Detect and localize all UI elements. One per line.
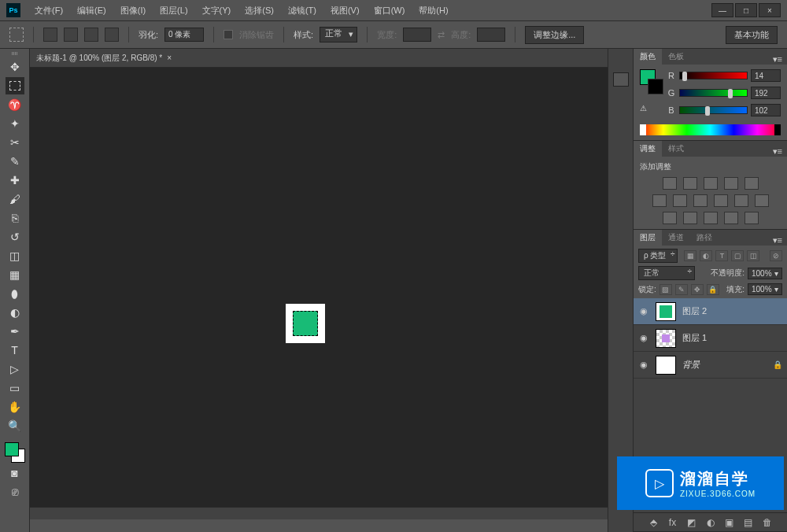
filter-type-icon[interactable]: T xyxy=(715,250,728,261)
b-slider[interactable] xyxy=(679,106,748,114)
type-tool[interactable]: T xyxy=(6,342,24,359)
lock-pixels-icon[interactable]: ✎ xyxy=(675,284,688,295)
tab-swatches[interactable]: 色板 xyxy=(662,49,690,65)
blur-tool[interactable]: ⬮ xyxy=(6,285,24,302)
foreground-color[interactable] xyxy=(5,442,19,456)
menu-type[interactable]: 文字(Y) xyxy=(196,2,238,20)
filter-smart-icon[interactable]: ◫ xyxy=(747,250,759,261)
menu-edit[interactable]: 编辑(E) xyxy=(71,2,113,20)
visibility-icon[interactable]: ◉ xyxy=(638,307,649,316)
eraser-tool[interactable]: ◫ xyxy=(6,247,24,264)
feather-input[interactable] xyxy=(164,28,204,42)
antialias-checkbox[interactable] xyxy=(224,30,233,39)
crop-tool[interactable]: ✂ xyxy=(6,134,24,151)
screenmode-tool[interactable]: ⎚ xyxy=(6,483,24,501)
layer-row[interactable]: ◉ 背景 🔒 xyxy=(634,352,787,379)
adjust-threshold-icon[interactable] xyxy=(704,212,718,224)
toolbox-grip[interactable] xyxy=(7,52,23,55)
panel-bg-color[interactable] xyxy=(648,79,663,94)
color-swatches[interactable] xyxy=(5,442,25,463)
new-group-icon[interactable]: ▣ xyxy=(724,517,735,528)
delete-layer-icon[interactable]: 🗑 xyxy=(762,517,773,528)
adjust-exposure-icon[interactable] xyxy=(724,177,738,190)
adjust-vibrance-icon[interactable] xyxy=(745,177,759,190)
filter-adjust-icon[interactable]: ◐ xyxy=(700,250,712,261)
new-adjustment-icon[interactable]: ◐ xyxy=(705,517,716,528)
layer-filter-select[interactable]: ρ 类型 xyxy=(638,249,678,263)
tab-color[interactable]: 颜色 xyxy=(634,49,662,65)
adjust-invert-icon[interactable] xyxy=(663,212,677,224)
r-slider[interactable] xyxy=(679,72,748,79)
adjust-levels-icon[interactable] xyxy=(683,177,697,190)
menu-window[interactable]: 窗口(W) xyxy=(368,2,412,20)
tab-adjustments[interactable]: 调整 xyxy=(634,141,662,157)
workspace-button[interactable]: 基本功能 xyxy=(726,26,778,44)
selection-add-icon[interactable] xyxy=(64,28,78,42)
marquee-tool[interactable] xyxy=(6,77,24,94)
hand-tool[interactable]: ✋ xyxy=(6,398,24,416)
tab-styles[interactable]: 样式 xyxy=(662,141,690,157)
menu-image[interactable]: 图像(I) xyxy=(114,2,152,20)
panel-menu-icon[interactable]: ▾≡ xyxy=(768,235,787,246)
canvas-area[interactable] xyxy=(30,68,608,532)
adjust-gradientmap-icon[interactable] xyxy=(724,212,738,224)
layer-row[interactable]: ◉ 图层 2 xyxy=(634,298,787,325)
lock-all-icon[interactable]: 🔒 xyxy=(707,284,719,295)
layer-name[interactable]: 背景 xyxy=(682,359,700,371)
lasso-tool[interactable]: ♈ xyxy=(6,96,24,113)
b-input[interactable] xyxy=(751,104,781,116)
link-layers-icon[interactable]: ⬘ xyxy=(648,517,660,528)
color-spectrum[interactable] xyxy=(640,124,781,135)
filter-shape-icon[interactable]: ▢ xyxy=(731,250,744,261)
shape-tool[interactable]: ▭ xyxy=(6,379,24,397)
fill-input[interactable]: 100%▾ xyxy=(748,283,782,295)
tab-paths[interactable]: 路径 xyxy=(690,230,719,246)
document-tab[interactable]: 未标题-1 @ 100% (图层 2, RGB/8) * × xyxy=(30,50,178,67)
opacity-input[interactable]: 100%▾ xyxy=(748,268,782,279)
selection-intersect-icon[interactable] xyxy=(105,28,119,42)
minimize-button[interactable]: — xyxy=(711,3,733,17)
gradient-tool[interactable]: ▦ xyxy=(6,266,24,283)
adjust-photofilter-icon[interactable] xyxy=(714,194,728,207)
lock-position-icon[interactable]: ✥ xyxy=(691,284,704,295)
lock-transparent-icon[interactable]: ▧ xyxy=(660,284,672,295)
selection-subtract-icon[interactable] xyxy=(84,28,98,42)
filter-toggle[interactable]: ⊘ xyxy=(770,250,782,261)
visibility-icon[interactable]: ◉ xyxy=(638,360,649,370)
filter-pixel-icon[interactable]: ▦ xyxy=(684,250,696,261)
dock-history-icon[interactable] xyxy=(613,72,629,87)
horizontal-scrollbar[interactable] xyxy=(30,507,608,519)
dodge-tool[interactable]: ◐ xyxy=(6,304,24,321)
adjust-colorlookup-icon[interactable] xyxy=(755,194,769,207)
close-tab-icon[interactable]: × xyxy=(167,54,172,62)
style-select[interactable]: 正常 xyxy=(320,27,357,42)
menu-layer[interactable]: 图层(L) xyxy=(153,2,194,20)
menu-filter[interactable]: 滤镜(T) xyxy=(282,2,323,20)
tool-preset-icon[interactable] xyxy=(9,28,24,42)
color-swatch-block[interactable]: ⚠ xyxy=(640,69,662,116)
maximize-button[interactable]: □ xyxy=(735,3,757,17)
tab-channels[interactable]: 通道 xyxy=(662,230,690,246)
menu-file[interactable]: 文件(F) xyxy=(28,2,69,20)
adjust-brightness-icon[interactable] xyxy=(663,177,677,190)
menu-select[interactable]: 选择(S) xyxy=(238,2,280,20)
adjust-posterize-icon[interactable] xyxy=(683,212,697,224)
r-input[interactable] xyxy=(751,69,781,82)
pen-tool[interactable]: ✒ xyxy=(6,323,24,340)
layer-thumbnail[interactable] xyxy=(656,356,676,375)
adjust-channelmixer-icon[interactable] xyxy=(734,194,748,207)
layer-name[interactable]: 图层 2 xyxy=(682,305,707,317)
layer-name[interactable]: 图层 1 xyxy=(682,332,707,344)
path-select-tool[interactable]: ▷ xyxy=(6,360,24,378)
clone-stamp-tool[interactable]: ⎘ xyxy=(6,209,24,227)
canvas[interactable] xyxy=(286,304,325,343)
adjust-curves-icon[interactable] xyxy=(704,177,718,190)
panel-menu-icon[interactable]: ▾≡ xyxy=(768,146,787,157)
close-button[interactable]: × xyxy=(759,3,781,17)
zoom-tool[interactable]: 🔍 xyxy=(6,417,24,434)
move-tool[interactable]: ✥ xyxy=(6,58,24,76)
history-brush-tool[interactable]: ↺ xyxy=(6,228,24,246)
magic-wand-tool[interactable]: ✦ xyxy=(6,115,24,132)
new-layer-icon[interactable]: ▤ xyxy=(743,517,754,528)
panel-menu-icon[interactable]: ▾≡ xyxy=(768,54,787,65)
